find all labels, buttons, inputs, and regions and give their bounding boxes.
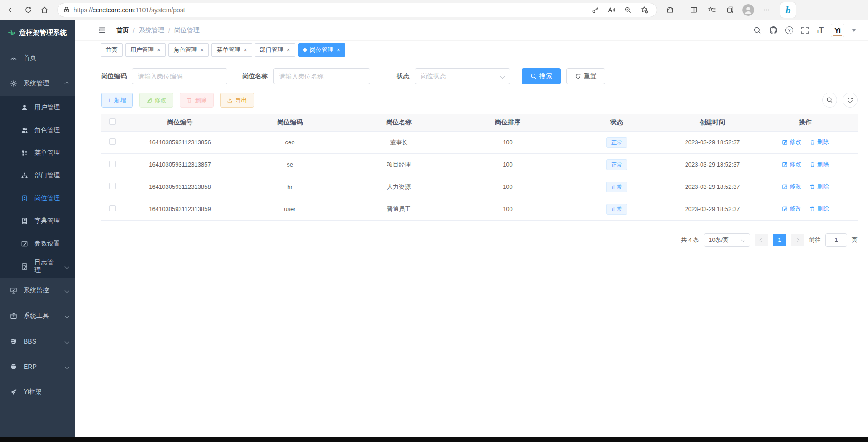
avatar-dropdown-caret-icon[interactable] [852, 29, 856, 32]
close-icon[interactable]: × [287, 46, 290, 54]
back-arrow-icon [8, 6, 16, 14]
sidebar-item-home[interactable]: 首页 [0, 45, 75, 71]
add-favorite-star-icon[interactable] [638, 4, 651, 16]
cell-post-code: ceo [236, 131, 344, 153]
post-name-input[interactable] [279, 73, 364, 80]
sidebar-item-post-management[interactable]: 岗位管理 [0, 187, 75, 210]
row-edit-link[interactable]: 修改 [782, 160, 801, 168]
tab-post-management[interactable]: 岗位管理× [298, 43, 345, 57]
sidebar-item-menu-management[interactable]: 菜单管理 [0, 142, 75, 164]
header-search-icon[interactable] [753, 26, 762, 35]
tab-user-management[interactable]: 用户管理× [125, 43, 166, 57]
column-status: 状态 [562, 114, 672, 131]
collections-icon[interactable] [722, 2, 738, 18]
post-code-label: 岗位编码 [101, 72, 127, 80]
next-page-button[interactable] [791, 234, 804, 246]
add-button[interactable]: + 新增 [101, 93, 133, 108]
help-icon[interactable]: ? [785, 26, 793, 34]
browser-refresh-button[interactable] [20, 2, 36, 18]
post-code-input[interactable] [138, 73, 221, 80]
close-icon[interactable]: × [243, 46, 247, 54]
current-page-button[interactable]: 1 [773, 234, 786, 246]
cell-post-sort: 100 [454, 198, 562, 220]
page-size-select[interactable]: 10条/页 [704, 233, 750, 247]
row-delete-link[interactable]: 删除 [809, 138, 829, 146]
browser-zoom-out-icon[interactable] [621, 4, 635, 16]
menu-tree-icon [21, 149, 28, 157]
profile-avatar[interactable] [740, 2, 756, 18]
select-all-checkbox[interactable] [109, 118, 116, 125]
row-delete-link[interactable]: 删除 [809, 205, 829, 213]
sidebar-item-log-management[interactable]: 日志管理 [0, 255, 75, 278]
user-avatar[interactable]: Yi [831, 24, 844, 37]
tab-role-management[interactable]: 角色管理× [168, 43, 209, 57]
show-search-toggle-button[interactable] [822, 93, 837, 108]
row-checkbox[interactable] [109, 161, 116, 167]
sidebar-item-user-management[interactable]: 用户管理 [0, 96, 75, 119]
close-icon[interactable]: × [337, 46, 340, 54]
sidebar-item-system-management[interactable]: 系统管理 [0, 71, 75, 96]
sidebar-item-dict-management[interactable]: 字典管理 [0, 210, 75, 232]
chevron-down-icon [65, 364, 69, 369]
search-button[interactable]: 搜索 [522, 68, 561, 84]
row-edit-link[interactable]: 修改 [782, 182, 801, 191]
bing-chat-icon[interactable]: b [780, 2, 796, 18]
fullscreen-icon[interactable] [800, 26, 809, 35]
cell-created: 2023-03-29 18:52:37 [672, 131, 753, 153]
refresh-table-button[interactable] [843, 93, 858, 108]
row-delete-link[interactable]: 删除 [809, 160, 829, 168]
url-text[interactable]: https://ccnetcore.com:1101/system/post [74, 6, 185, 14]
row-edit-link[interactable]: 修改 [782, 205, 801, 213]
breadcrumb-home[interactable]: 首页 [116, 26, 129, 34]
refresh-icon [575, 73, 581, 79]
sidebar-item-system-monitor[interactable]: 系统监控 [0, 278, 75, 303]
extensions-icon[interactable] [662, 2, 678, 18]
site-lock-icon [63, 6, 70, 13]
cell-post-name: 项目经理 [344, 153, 454, 176]
sidebar-item-yi-framework[interactable]: Yi框架 [0, 379, 75, 405]
tags-view-bar: 首页 用户管理× 角色管理× 菜单管理× 部门管理× 岗位管理× [75, 41, 868, 59]
split-screen-icon[interactable] [686, 2, 702, 18]
close-icon[interactable]: × [157, 46, 161, 54]
sidebar-item-system-tools[interactable]: 系统工具 [0, 303, 75, 329]
cell-post-sort: 100 [454, 176, 562, 198]
sidebar-item-bbs[interactable]: BBS [0, 329, 75, 354]
goto-page-input[interactable] [825, 233, 847, 247]
header-actions: ? тT Yi [753, 24, 856, 37]
font-size-icon[interactable]: тT [817, 26, 824, 34]
close-icon[interactable]: × [200, 46, 204, 54]
row-checkbox[interactable] [109, 205, 116, 211]
sidebar-item-role-management[interactable]: 角色管理 [0, 119, 75, 142]
address-bar[interactable]: https://ccnetcore.com:1101/system/post [57, 3, 657, 17]
chevron-down-icon [65, 264, 69, 269]
saved-password-key-icon[interactable] [588, 4, 602, 16]
row-checkbox[interactable] [109, 183, 116, 189]
prev-page-button[interactable] [755, 234, 768, 246]
sidebar-item-erp[interactable]: ERP [0, 354, 75, 379]
sidebar-item-dept-management[interactable]: 部门管理 [0, 164, 75, 187]
toolbar-divider [682, 5, 682, 15]
browser-menu-ellipsis-icon[interactable] [758, 2, 775, 18]
row-delete-link[interactable]: 删除 [809, 182, 829, 191]
tab-home[interactable]: 首页 [101, 43, 123, 57]
post-code-input-wrap [132, 68, 227, 84]
browser-home-button[interactable] [36, 2, 53, 18]
favorites-icon[interactable] [704, 2, 720, 18]
gear-icon [10, 80, 17, 87]
page-content: 岗位编码 岗位名称 状态 岗位状态 搜索 重置 [75, 59, 868, 247]
row-edit-link[interactable]: 修改 [782, 138, 801, 146]
browser-back-button[interactable] [4, 2, 20, 18]
github-icon[interactable] [769, 26, 778, 35]
sidebar-collapse-icon[interactable] [98, 26, 106, 34]
row-checkbox[interactable] [109, 138, 116, 145]
tab-dept-management[interactable]: 部门管理× [255, 43, 295, 57]
trash-icon [809, 139, 815, 145]
reset-button[interactable]: 重置 [566, 68, 605, 84]
trash-icon [186, 97, 192, 103]
read-aloud-icon[interactable] [605, 4, 618, 16]
tab-menu-management[interactable]: 菜单管理× [211, 43, 252, 57]
sidebar-item-param-settings[interactable]: 参数设置 [0, 232, 75, 255]
cell-created: 2023-03-29 18:52:37 [672, 198, 753, 220]
export-button[interactable]: 导出 [220, 93, 254, 108]
status-select[interactable]: 岗位状态 [415, 68, 510, 84]
